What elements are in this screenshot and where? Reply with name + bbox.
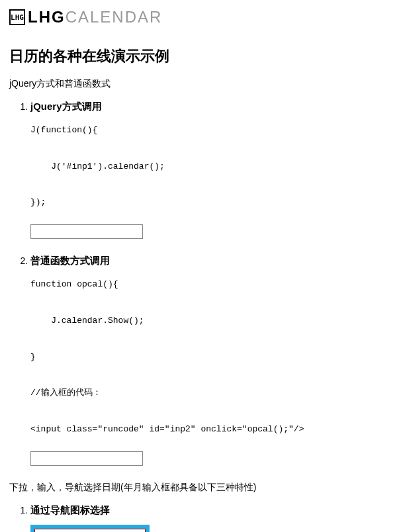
example-head: jQuery方式调用 <box>30 101 392 113</box>
code-block: function opcal(){ J.calendar.Show(); } /… <box>30 275 392 438</box>
example-item-nav: 通过导航图标选择 ◀ ◀ 2011 年 4 月 ▶ ▶ <box>30 504 392 532</box>
code-block: J(function(){ J('#inp1').calendar(); }); <box>30 121 392 211</box>
example-list-1: jQuery方式调用 J(function(){ J('#inp1').cale… <box>9 101 392 470</box>
logo: LHG LHGCALENDAR <box>9 8 392 26</box>
logo-text-bold: LHG <box>28 8 66 26</box>
example-item-jquery: jQuery方式调用 J(function(){ J('#inp1').cale… <box>30 101 392 243</box>
example-item-function: 普通函数方式调用 function opcal(){ J.calendar.Sh… <box>30 255 392 470</box>
logo-text: LHGCALENDAR <box>28 8 162 26</box>
calendar-nav: ◀ ◀ 2011 年 4 月 ▶ ▶ <box>35 529 145 532</box>
input-inp1[interactable] <box>30 224 143 239</box>
calendar-inner: ◀ ◀ 2011 年 4 月 ▶ ▶ 日 一 <box>34 529 146 532</box>
example-list-2: 通过导航图标选择 ◀ ◀ 2011 年 4 月 ▶ ▶ <box>9 504 392 532</box>
calendar-widget: ◀ ◀ 2011 年 4 月 ▶ ▶ 日 一 <box>30 525 150 532</box>
logo-icon: LHG <box>9 9 25 25</box>
example-head: 通过导航图标选择 <box>30 504 392 517</box>
section2-note: 下拉，输入，导航选择日期(年月输入框都具备以下三种特性) <box>9 482 392 494</box>
page-title: 日历的各种在线演示示例 <box>9 46 392 66</box>
logo-text-light: CALENDAR <box>66 8 163 26</box>
section1-note: jQuery方式和普通函数式 <box>9 78 392 90</box>
input-inp2[interactable] <box>30 451 143 466</box>
example-head: 普通函数方式调用 <box>30 255 392 267</box>
